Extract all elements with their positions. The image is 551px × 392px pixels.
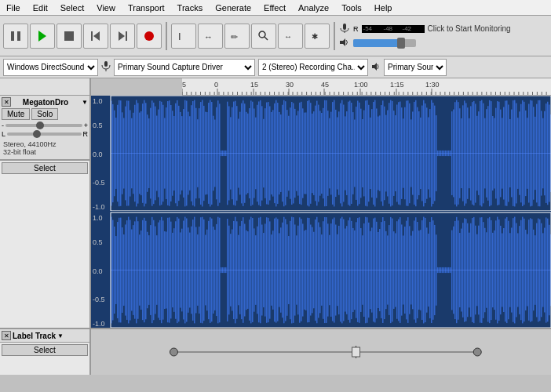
gain-plus: +	[84, 122, 88, 129]
separator-2	[334, 22, 335, 50]
track-controls: Mute Solo	[2, 108, 88, 120]
menu-transport[interactable]: Transport	[122, 2, 171, 14]
svg-rect-4	[91, 31, 93, 41]
envelope-tool[interactable]: ↔	[198, 24, 223, 49]
gain-thumb	[36, 122, 44, 129]
svg-rect-6	[126, 31, 127, 41]
svg-marker-5	[93, 31, 100, 41]
speaker-icon	[339, 37, 350, 49]
svg-rect-19	[104, 61, 108, 67]
svg-marker-21	[372, 63, 377, 71]
waveform-canvas	[91, 96, 551, 328]
svg-rect-3	[64, 31, 74, 41]
menu-generate[interactable]: Generate	[209, 2, 257, 14]
track-header: ✕ MegatonDro ▼ Mute Solo - +	[0, 96, 89, 160]
track-title-row: ✕ MegatonDro ▼	[2, 97, 88, 107]
input-device-select[interactable]: Primary Sound Capture Driver	[114, 59, 255, 76]
devicebar: Windows DirectSound Primary Sound Captur…	[0, 56, 551, 78]
toolbar: I ↔ ✏ ↔ ✱ R -54 -48 -42 Click to Start M…	[0, 16, 551, 56]
label-track-close[interactable]: ✕	[2, 331, 11, 340]
skip-start-button[interactable]	[83, 24, 108, 49]
output-driver-select[interactable]: Windows DirectSound	[3, 59, 98, 76]
label-track-dropdown[interactable]: ▼	[57, 332, 64, 339]
tracks-area: ✕ MegatonDro ▼ Mute Solo - +	[0, 78, 551, 375]
select-btn-row: Select	[0, 160, 89, 176]
svg-rect-0	[11, 31, 14, 41]
svg-text:✏: ✏	[231, 32, 239, 42]
svg-rect-16	[343, 24, 346, 30]
pan-row: L R	[2, 130, 88, 138]
timeline-ruler	[182, 78, 551, 96]
menu-select[interactable]: Select	[54, 2, 91, 14]
level-label-R: R	[353, 25, 359, 33]
gain-minus: -	[2, 122, 4, 129]
zoom-tool[interactable]	[251, 24, 276, 49]
pan-left: L	[2, 130, 5, 138]
monitor-label[interactable]: Click to Start Monitoring	[428, 24, 511, 33]
pause-button[interactable]	[3, 24, 28, 49]
skip-end-button[interactable]	[110, 24, 135, 49]
label-track-content[interactable]	[91, 328, 551, 375]
volume-slider[interactable]	[353, 39, 416, 47]
mute-button[interactable]: Mute	[2, 108, 30, 120]
pan-thumb	[33, 130, 41, 138]
menu-edit[interactable]: Edit	[27, 2, 54, 14]
output-device-select[interactable]: Primary Sound D...	[384, 59, 447, 76]
gain-row: - +	[2, 122, 88, 129]
speaker-icon-small	[371, 62, 381, 73]
track-close-button[interactable]: ✕	[2, 97, 11, 107]
svg-marker-2	[38, 31, 46, 42]
track-name: MegatonDro	[23, 98, 68, 107]
play-button[interactable]	[30, 24, 55, 49]
svg-point-12	[259, 31, 265, 38]
menu-help[interactable]: Help	[368, 2, 399, 14]
svg-rect-1	[17, 31, 20, 41]
svg-text:✱: ✱	[312, 32, 318, 41]
svg-marker-18	[340, 38, 345, 46]
menu-file[interactable]: File	[0, 2, 27, 14]
svg-line-13	[265, 37, 268, 40]
svg-text:↔: ↔	[284, 32, 292, 41]
track-select-button[interactable]: Select	[2, 162, 88, 174]
multi-tool[interactable]: ✱	[305, 24, 330, 49]
audio-track-panel: ✕ MegatonDro ▼ Mute Solo - +	[0, 96, 91, 328]
menu-tracks[interactable]: Tracks	[171, 2, 210, 14]
track-info: Stereo, 44100Hz32-bit float	[2, 139, 88, 158]
record-button[interactable]	[137, 24, 162, 49]
menu-view[interactable]: View	[90, 2, 122, 14]
track-dropdown-icon[interactable]: ▼	[82, 99, 88, 106]
label-canvas	[91, 329, 551, 375]
mic-icon-small	[101, 61, 111, 74]
gain-slider[interactable]	[5, 124, 82, 127]
svg-marker-7	[119, 31, 125, 41]
label-track-panel: ✕ Label Track ▼ Select	[0, 328, 91, 375]
svg-text:↔: ↔	[204, 32, 213, 42]
svg-point-8	[144, 31, 154, 41]
pan-slider[interactable]	[7, 132, 81, 136]
label-track-name: Label Track	[13, 332, 56, 340]
menubar: File Edit Select View Transport Tracks G…	[0, 0, 551, 16]
menu-analyze[interactable]: Analyze	[292, 2, 335, 14]
solo-button[interactable]: Solo	[31, 108, 58, 120]
svg-text:I: I	[178, 31, 181, 42]
level-meter: -54 -48 -42	[362, 25, 425, 33]
label-select-button[interactable]: Select	[2, 344, 88, 356]
menu-tools[interactable]: Tools	[335, 2, 368, 14]
stop-button[interactable]	[57, 24, 82, 49]
cursor-tool[interactable]: I	[171, 24, 196, 49]
pan-right: R	[83, 130, 89, 138]
timeshift-tool[interactable]: ↔	[278, 24, 303, 49]
audio-track-row: ✕ MegatonDro ▼ Mute Solo - +	[0, 96, 551, 328]
main-area: ✕ MegatonDro ▼ Mute Solo - +	[0, 78, 551, 375]
label-track-row: ✕ Label Track ▼ Select	[0, 328, 551, 375]
separator-1	[166, 22, 167, 50]
menu-effect[interactable]: Effect	[257, 2, 292, 14]
draw-tool[interactable]: ✏	[224, 24, 250, 49]
channels-select[interactable]: 2 (Stereo) Recording Cha...	[258, 59, 368, 76]
timeline-canvas	[182, 78, 551, 95]
audio-waveform-area[interactable]	[91, 96, 551, 328]
mic-icon	[339, 23, 350, 35]
